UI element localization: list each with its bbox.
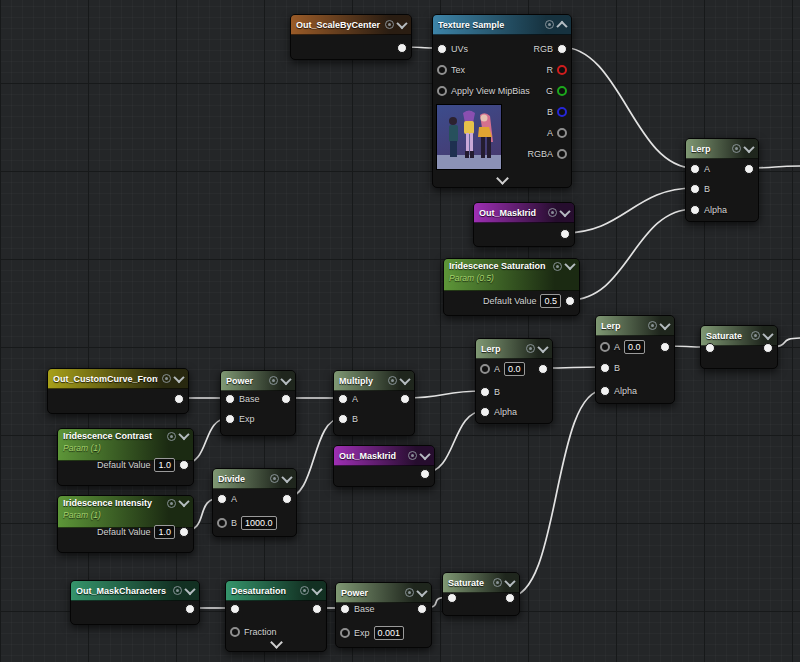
node-iridescence-intensity[interactable]: Iridescence IntensityParam (1)Default Va… xyxy=(57,495,194,553)
preview-toggle-icon[interactable] xyxy=(732,144,741,153)
wire-multiply-to-lerp-mid:B[interactable] xyxy=(404,391,484,398)
node-power-mid[interactable]: PowerBaseExp xyxy=(220,370,296,436)
node-header[interactable]: Divide xyxy=(213,469,296,489)
value-box[interactable]: 1.0 xyxy=(154,458,175,472)
input-pin-base[interactable] xyxy=(225,394,235,404)
node-header[interactable]: Out_MaskCharacters xyxy=(71,581,199,601)
preview-toggle-icon[interactable] xyxy=(269,376,278,385)
preview-toggle-icon[interactable] xyxy=(385,20,394,29)
preview-toggle-icon[interactable] xyxy=(167,499,176,508)
input-pin-alpha[interactable] xyxy=(600,386,610,396)
output-pin-g[interactable] xyxy=(557,86,567,96)
output-pin-result[interactable] xyxy=(179,527,189,537)
node-lerp-right[interactable]: LerpA0.0BAlpha xyxy=(595,315,675,404)
node-out-maskirid-mid[interactable]: Out_MaskIrid xyxy=(333,445,435,487)
input-pin-value[interactable] xyxy=(230,604,240,614)
preview-toggle-icon[interactable] xyxy=(173,586,182,595)
chevron-down-icon[interactable] xyxy=(504,575,515,586)
preview-toggle-icon[interactable] xyxy=(405,588,414,597)
wire-out-maskirid-top-to-lerp-top:B[interactable] xyxy=(564,188,694,233)
chevron-down-icon[interactable] xyxy=(396,17,407,28)
output-pin-result[interactable] xyxy=(744,164,754,174)
node-desaturation[interactable]: DesaturationFraction xyxy=(225,580,327,652)
output-pin-r[interactable] xyxy=(557,65,567,75)
output-pin-result[interactable] xyxy=(312,604,322,614)
input-pin-exp[interactable] xyxy=(225,414,235,424)
node-header[interactable]: Desaturation xyxy=(226,581,326,601)
input-pin-b[interactable] xyxy=(690,184,700,194)
node-header[interactable]: Out_CustomCurve_Front xyxy=(48,369,188,389)
output-pin-result[interactable] xyxy=(281,394,291,404)
preview-toggle-icon[interactable] xyxy=(167,432,176,441)
input-pin-base[interactable] xyxy=(340,604,350,614)
output-pin-result[interactable] xyxy=(505,593,515,603)
output-pin-result[interactable] xyxy=(565,296,575,306)
node-saturate-bottom[interactable]: Saturate xyxy=(442,572,520,616)
value-box[interactable]: 0.5 xyxy=(540,294,561,308)
output-pin-result[interactable] xyxy=(400,394,410,404)
output-pin-a[interactable] xyxy=(557,128,567,138)
input-pin-a[interactable] xyxy=(217,494,227,504)
output-pin-rgb[interactable] xyxy=(557,44,567,54)
node-out-maskcharacters[interactable]: Out_MaskCharacters xyxy=(70,580,200,625)
chevron-up-icon[interactable] xyxy=(556,20,567,31)
output-pin-result[interactable] xyxy=(538,364,548,374)
wire-texture-sample:RGB-to-lerp-top:A[interactable] xyxy=(561,47,694,168)
node-header[interactable]: Multiply xyxy=(334,371,414,391)
output-pin-result[interactable] xyxy=(282,494,292,504)
input-pin-a[interactable] xyxy=(480,364,490,374)
chevron-down-icon[interactable] xyxy=(743,141,754,152)
chevron-down-icon[interactable] xyxy=(399,373,410,384)
input-pin-apply-view-mipbias[interactable] xyxy=(437,86,447,96)
node-header[interactable]: Lerp xyxy=(596,316,674,336)
preview-toggle-icon[interactable] xyxy=(545,20,554,29)
node-divide[interactable]: DivideAB1000.0 xyxy=(212,468,297,537)
output-pin-result[interactable] xyxy=(179,460,189,470)
output-pin-b[interactable] xyxy=(557,107,567,117)
chevron-down-icon[interactable] xyxy=(281,471,292,482)
preview-toggle-icon[interactable] xyxy=(493,578,502,587)
chevron-down-icon[interactable] xyxy=(762,328,773,339)
node-lerp-mid[interactable]: LerpA0.0BAlpha xyxy=(475,338,553,424)
node-out-scalebycenter[interactable]: Out_ScaleByCenter xyxy=(290,14,412,60)
value-box[interactable]: 1.0 xyxy=(154,525,175,539)
output-pin-result[interactable] xyxy=(420,469,430,479)
node-header[interactable]: Texture Sample xyxy=(433,15,571,35)
preview-toggle-icon[interactable] xyxy=(526,344,535,353)
value-box[interactable]: 0.0 xyxy=(504,362,525,376)
chevron-down-icon[interactable] xyxy=(564,259,575,270)
node-header[interactable]: Lerp xyxy=(686,139,758,159)
value-box[interactable]: 1000.0 xyxy=(241,516,277,530)
input-pin-uvs[interactable] xyxy=(437,44,447,54)
chevron-down-icon[interactable] xyxy=(173,371,184,382)
expand-chevron-icon[interactable] xyxy=(496,172,509,185)
chevron-down-icon[interactable] xyxy=(178,429,189,440)
output-pin-result[interactable] xyxy=(417,604,427,614)
input-pin-b[interactable] xyxy=(480,387,490,397)
node-header[interactable]: Power xyxy=(336,583,431,603)
chevron-down-icon[interactable] xyxy=(559,205,570,216)
value-box[interactable]: 0.0 xyxy=(624,340,645,354)
node-header[interactable]: Power xyxy=(221,371,295,391)
input-pin-b[interactable] xyxy=(338,414,348,424)
node-header[interactable]: Out_MaskIrid xyxy=(474,203,574,223)
input-pin-value[interactable] xyxy=(447,593,457,603)
chevron-down-icon[interactable] xyxy=(178,496,189,507)
input-pin-alpha[interactable] xyxy=(690,205,700,215)
node-multiply[interactable]: MultiplyAB xyxy=(333,370,415,436)
node-iridescence-contrast[interactable]: Iridescence ContrastParam (1)Default Val… xyxy=(57,428,194,486)
input-pin-fraction[interactable] xyxy=(230,627,240,637)
preview-toggle-icon[interactable] xyxy=(548,208,557,217)
graph-canvas[interactable]: Out_ScaleByCenterTexture SampleUVsRGBTex… xyxy=(0,0,800,662)
node-saturate-right[interactable]: Saturate xyxy=(700,325,778,369)
preview-toggle-icon[interactable] xyxy=(162,374,171,383)
preview-toggle-icon[interactable] xyxy=(300,586,309,595)
node-lerp-top[interactable]: LerpABAlpha xyxy=(685,138,759,222)
input-pin-b[interactable] xyxy=(600,363,610,373)
chevron-down-icon[interactable] xyxy=(537,341,548,352)
output-pin-result[interactable] xyxy=(763,343,773,353)
output-pin-rgba[interactable] xyxy=(557,149,567,159)
preview-toggle-icon[interactable] xyxy=(648,321,657,330)
node-header[interactable]: Iridescence SaturationParam (0.5) xyxy=(444,259,579,291)
output-pin-result[interactable] xyxy=(560,229,570,239)
